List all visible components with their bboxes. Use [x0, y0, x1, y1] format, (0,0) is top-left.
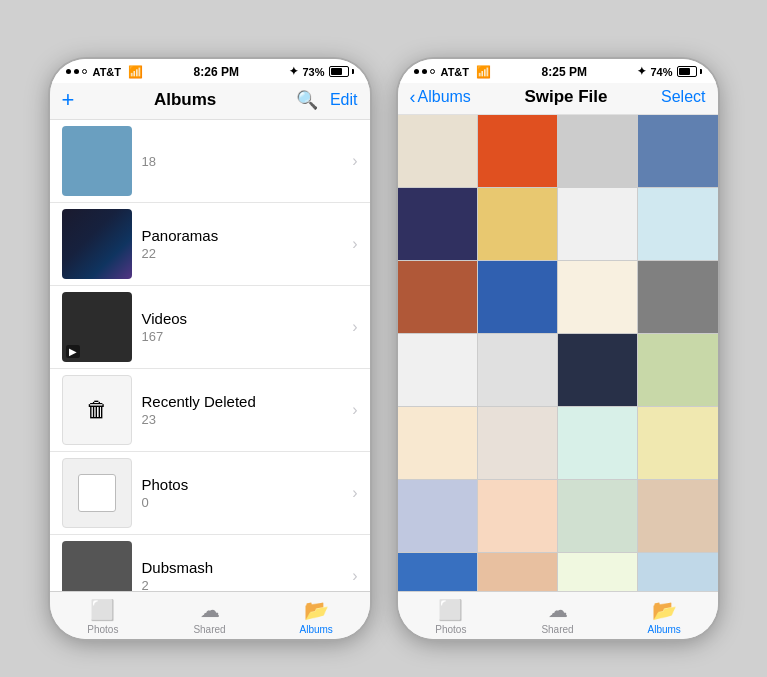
albums-icon: 📂	[652, 598, 677, 622]
grid-cell[interactable]	[638, 261, 717, 333]
grid-cell[interactable]	[398, 334, 477, 406]
right-status-left: AT&T 📶	[414, 65, 492, 79]
album-count: 18	[142, 154, 343, 169]
grid-cell[interactable]	[558, 334, 637, 406]
list-item[interactable]: Videos 167 ›	[50, 286, 370, 369]
battery-body	[677, 66, 697, 77]
grid-cell[interactable]	[398, 480, 477, 552]
grid-cell[interactable]	[638, 334, 717, 406]
grid-cell[interactable]	[398, 407, 477, 479]
list-item[interactable]: Panoramas 22 ›	[50, 203, 370, 286]
right-nav-bar: ‹ Albums Swipe File Select	[398, 83, 718, 115]
grid-image	[398, 407, 477, 479]
grid-image	[478, 553, 557, 591]
bluetooth-icon: ✦	[637, 65, 646, 78]
list-item[interactable]: Dubsmash 2 ›	[50, 535, 370, 591]
grid-image	[638, 407, 717, 479]
chevron-right-icon: ›	[352, 567, 357, 585]
grid-cell[interactable]	[398, 261, 477, 333]
battery-body	[329, 66, 349, 77]
tab-photos-label: Photos	[435, 624, 466, 635]
grid-image	[398, 334, 477, 406]
grid-image	[638, 261, 717, 333]
chevron-left-icon: ‹	[410, 87, 416, 108]
grid-cell[interactable]	[558, 115, 637, 187]
grid-cell[interactable]	[478, 334, 557, 406]
right-status-right: ✦ 74%	[637, 65, 701, 78]
grid-cell[interactable]	[478, 407, 557, 479]
tab-shared-label: Shared	[541, 624, 573, 635]
battery-indicator	[329, 66, 354, 77]
back-button[interactable]: ‹ Albums	[410, 87, 471, 108]
battery-pct: 73%	[302, 66, 324, 78]
grid-cell[interactable]	[638, 115, 717, 187]
wifi-icon: 📶	[476, 65, 491, 79]
battery-indicator	[677, 66, 702, 77]
grid-cell[interactable]	[638, 407, 717, 479]
grid-cell[interactable]	[558, 188, 637, 260]
grid-cell[interactable]	[558, 261, 637, 333]
left-status-right: ✦ 73%	[289, 65, 353, 78]
tab-shared-label: Shared	[193, 624, 225, 635]
albums-icon: 📂	[304, 598, 329, 622]
select-button[interactable]: Select	[661, 88, 705, 106]
grid-cell[interactable]	[558, 553, 637, 591]
album-name: Dubsmash	[142, 559, 343, 576]
tab-photos[interactable]: ⬜ Photos	[398, 596, 505, 637]
list-item[interactable]: Photos 0 ›	[50, 452, 370, 535]
signal-dot-3	[82, 69, 87, 74]
signal-dot-2	[422, 69, 427, 74]
list-item[interactable]: Recently Deleted 23 ›	[50, 369, 370, 452]
grid-cell[interactable]	[638, 480, 717, 552]
grid-image	[478, 480, 557, 552]
bluetooth-icon: ✦	[289, 65, 298, 78]
album-info: Dubsmash 2	[132, 559, 353, 591]
battery-pct: 74%	[650, 66, 672, 78]
add-album-button[interactable]: +	[62, 87, 75, 113]
carrier-label: AT&T	[93, 66, 122, 78]
grid-image	[558, 188, 637, 260]
album-info: Recently Deleted 23	[132, 393, 353, 427]
grid-image	[398, 553, 477, 591]
grid-cell[interactable]	[478, 115, 557, 187]
grid-image	[398, 188, 477, 260]
album-thumbnail	[62, 458, 132, 528]
edit-button[interactable]: Edit	[330, 91, 358, 109]
album-name: Videos	[142, 310, 343, 327]
left-status-bar: AT&T 📶 8:26 PM ✦ 73%	[50, 59, 370, 83]
grid-image	[398, 261, 477, 333]
shared-icon: ☁	[200, 598, 220, 622]
grid-image	[478, 188, 557, 260]
grid-cell[interactable]	[398, 115, 477, 187]
grid-cell[interactable]	[638, 188, 717, 260]
grid-cell[interactable]	[558, 407, 637, 479]
tab-photos[interactable]: ⬜ Photos	[50, 596, 157, 637]
grid-cell[interactable]	[398, 188, 477, 260]
chevron-right-icon: ›	[352, 235, 357, 253]
grid-cell[interactable]	[478, 480, 557, 552]
search-icon[interactable]: 🔍	[296, 89, 318, 111]
grid-cell[interactable]	[638, 553, 717, 591]
tab-albums-label: Albums	[300, 624, 333, 635]
grid-image	[638, 480, 717, 552]
left-status-left: AT&T 📶	[66, 65, 144, 79]
tab-albums[interactable]: 📂 Albums	[263, 596, 370, 637]
grid-image	[558, 407, 637, 479]
grid-cell[interactable]	[478, 188, 557, 260]
empty-album-icon	[78, 474, 116, 512]
grid-cell[interactable]	[478, 261, 557, 333]
grid-image	[398, 480, 477, 552]
back-label: Albums	[418, 88, 471, 106]
tab-shared[interactable]: ☁ Shared	[156, 596, 263, 637]
album-info: Panoramas 22	[132, 227, 353, 261]
list-item[interactable]: 18 ›	[50, 120, 370, 203]
grid-cell[interactable]	[478, 553, 557, 591]
grid-cell[interactable]	[558, 480, 637, 552]
tab-shared[interactable]: ☁ Shared	[504, 596, 611, 637]
grid-image	[558, 334, 637, 406]
grid-image	[558, 553, 637, 591]
left-nav-title: Albums	[154, 90, 216, 110]
tab-albums[interactable]: 📂 Albums	[611, 596, 718, 637]
signal-dot-2	[74, 69, 79, 74]
grid-cell[interactable]	[398, 553, 477, 591]
